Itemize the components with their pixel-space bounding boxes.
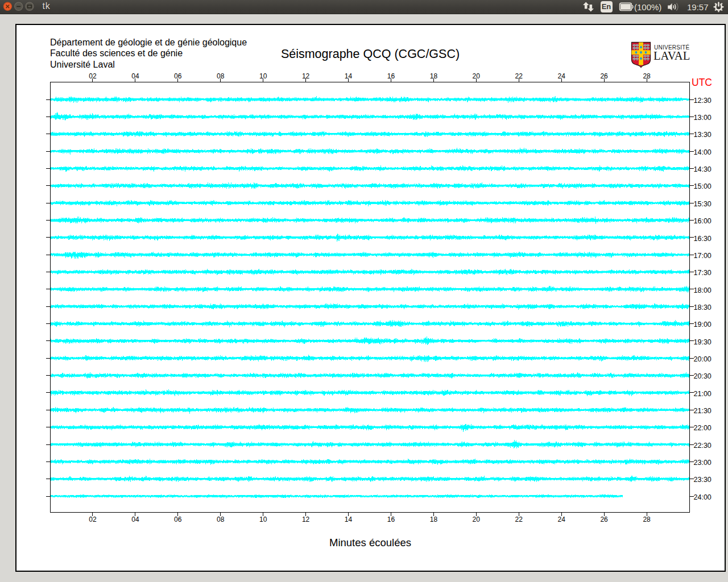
svg-text:LAVAL: LAVAL [653,49,690,62]
